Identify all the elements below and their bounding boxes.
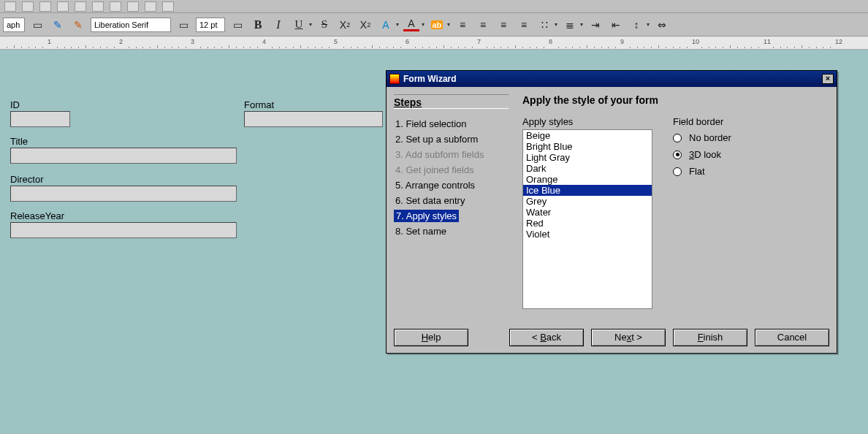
underline-button[interactable]: U [291,17,307,33]
radio-icon [673,134,682,142]
align-center-icon[interactable]: ≡ [475,17,491,33]
wizard-step[interactable]: 2. Set up a subform [394,132,509,147]
chevron-down-icon[interactable]: ▾ [580,21,583,28]
help-button[interactable]: Help [394,329,468,346]
generic-icon[interactable] [39,1,51,12]
close-button[interactable]: × [822,74,834,84]
brush-icon[interactable]: ✎ [50,17,66,33]
horizontal-ruler: 123456789101112 [0,37,868,50]
formatting-toolbar: aph ▭ ✎ ✎ Liberation Serif ▭ 12 pt ▭ B I… [0,13,868,37]
bold-button[interactable]: B [250,17,266,33]
style-option[interactable]: Beige [523,130,652,141]
font-color-icon[interactable]: A [403,18,419,31]
highlight-icon[interactable]: ab [429,17,445,33]
field-input-director[interactable] [10,186,237,202]
ruler-number: 9 [620,38,624,45]
font-effects-icon[interactable]: A [378,17,394,33]
align-right-icon[interactable]: ≡ [495,17,511,33]
field-input-title[interactable] [10,148,237,164]
dropdown-icon[interactable]: ▭ [29,17,45,33]
wizard-step[interactable]: 7. Apply styles [394,210,459,222]
indent-decrease-icon[interactable]: ⇤ [608,17,624,33]
radio-label: 3D look [689,149,721,160]
chevron-down-icon[interactable]: ▾ [396,21,399,28]
style-option[interactable]: Dark [523,163,652,174]
style-option[interactable]: Bright Blue [523,141,652,152]
wizard-main-pane: Apply the style of your form Apply style… [517,87,837,321]
ruler-number: 11 [764,38,771,45]
dialog-titlebar[interactable]: Form Wizard × [387,71,837,87]
next-button[interactable]: Next > [591,329,666,346]
field-input-id[interactable] [10,111,70,127]
field-label-title: Title [10,136,28,147]
apply-styles-label: Apply styles [522,116,652,127]
field-input-format[interactable] [244,111,383,127]
style-option[interactable]: Grey [523,196,652,207]
field-border-label: Field border [673,116,731,127]
radio-icon [673,151,682,159]
chevron-down-icon[interactable]: ▾ [555,21,557,28]
generic-icon[interactable] [22,1,34,12]
generic-icon[interactable] [4,1,16,12]
wizard-step[interactable]: 1. Field selection [394,116,509,132]
back-button[interactable]: < Back [509,329,584,346]
radio-3d-look[interactable]: 3D look [673,146,731,163]
generic-icon[interactable] [110,1,121,12]
generic-icon[interactable] [75,1,86,12]
radio-no-border[interactable]: No border [673,129,731,146]
wizard-page-heading: Apply the style of your form [522,94,828,106]
number-list-icon[interactable]: ≣ [562,17,578,33]
para-spacing-icon[interactable]: ⇔ [654,17,670,33]
font-name-box[interactable]: Liberation Serif [91,18,171,32]
wizard-step: 4. Get joined fields [394,162,509,178]
style-option[interactable]: Water [523,207,652,218]
font-size-box[interactable]: 12 pt [196,18,225,32]
paragraph-style-box[interactable]: aph [3,18,25,32]
style-option[interactable]: Orange [523,174,652,185]
generic-icon[interactable] [92,1,104,12]
dropdown-icon[interactable]: ▭ [229,17,245,33]
style-option[interactable]: Red [523,218,652,229]
ruler-number: 4 [262,38,266,45]
field-label-releaseyear: ReleaseYear [10,210,64,221]
brush2-icon[interactable]: ✎ [70,17,86,33]
strikethrough-button[interactable]: S [316,17,332,33]
style-listbox[interactable]: BeigeBright BlueLight GrayDarkOrangeIce … [522,129,652,309]
italic-button[interactable]: I [270,17,286,33]
chevron-down-icon[interactable]: ▾ [309,21,312,28]
subscript-button[interactable]: X2 [357,17,373,33]
superscript-button[interactable]: X2 [337,17,353,33]
indent-increase-icon[interactable]: ⇥ [587,17,604,33]
bullet-list-icon[interactable]: ∷ [536,17,552,33]
toolbar-top-strip [0,0,868,13]
wizard-step[interactable]: 5. Arrange controls [394,178,509,193]
style-option[interactable]: Violet [523,229,652,240]
style-option[interactable]: Light Gray [523,152,652,163]
dropdown-icon[interactable]: ▭ [175,17,191,33]
generic-icon[interactable] [57,1,69,12]
wizard-button-bar: Help < Back Next > Finish Cancel [387,321,837,353]
generic-icon[interactable] [162,1,174,12]
chevron-down-icon[interactable]: ▾ [647,21,650,28]
radio-flat[interactable]: Flat [673,163,731,180]
wizard-step[interactable]: 6. Set data entry [394,193,509,208]
chevron-down-icon[interactable]: ▾ [422,21,425,28]
generic-icon[interactable] [145,1,156,12]
finish-button[interactable]: Finish [673,329,747,346]
ruler-number: 1 [47,38,51,45]
generic-icon[interactable] [127,1,139,12]
align-left-icon[interactable]: ≡ [454,17,471,33]
ruler-number: 3 [191,38,194,45]
line-spacing-icon[interactable]: ↕ [628,17,644,33]
wizard-step[interactable]: 8. Set name [394,224,509,239]
ruler-number: 2 [119,38,123,45]
align-justify-icon[interactable]: ≡ [516,17,532,33]
field-input-releaseyear[interactable] [10,222,237,238]
cancel-button[interactable]: Cancel [755,329,829,346]
field-label-format: Format [244,99,274,110]
field-label-director: Director [10,174,44,185]
style-option[interactable]: Ice Blue [523,185,652,196]
chevron-down-icon[interactable]: ▾ [447,21,450,28]
ruler-number: 7 [477,38,481,45]
toolbar-icons-row [0,0,868,13]
